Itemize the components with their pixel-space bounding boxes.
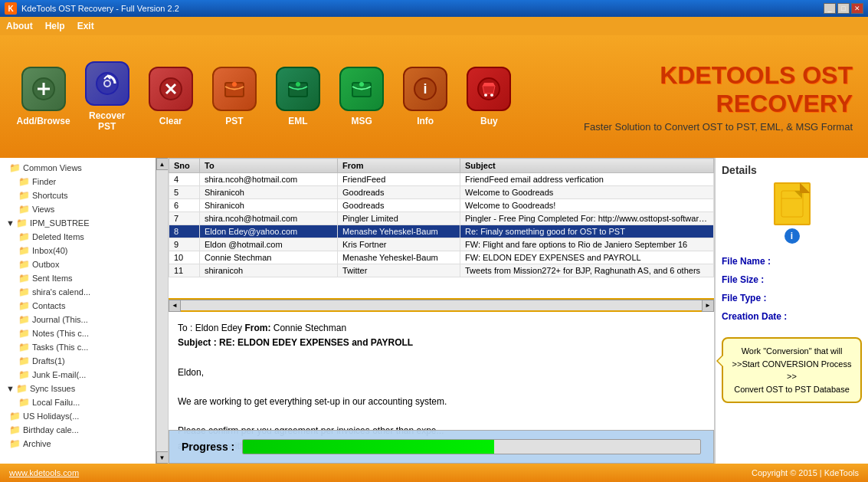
sidebar-item-inbox[interactable]: 📁 Inbox(40) <box>0 244 156 257</box>
menu-exit[interactable]: Exit <box>77 21 94 31</box>
eml-button[interactable]: EML <box>270 67 326 126</box>
sidebar-item-outbox[interactable]: 📁 Outbox <box>0 257 156 271</box>
sidebar-item-contacts[interactable]: 📁 Contacts <box>0 299 156 313</box>
details-panel: Details i File Name : File Size : File T… <box>715 158 868 464</box>
table-row[interactable]: 11 shiranicoh Twitter Tweets from Missio… <box>169 264 714 277</box>
folder-icon: 📁 <box>18 245 30 256</box>
status-link[interactable]: www.kdetools.com <box>9 468 79 477</box>
creation-date-row: Creation Date : <box>722 311 862 322</box>
eml-icon <box>276 67 320 111</box>
folder-icon: 📁 <box>18 204 30 215</box>
folder-icon: 📁 <box>18 231 30 242</box>
sidebar-item-birthday[interactable]: 📁 Birthday cale... <box>0 423 156 437</box>
table-row[interactable]: 7 shira.ncoh@hotmail.com Pingler Limited… <box>169 212 714 225</box>
msg-label: MSG <box>351 116 372 126</box>
email-preview: To : Eldon Edey From: Connie Stechman Su… <box>169 312 714 464</box>
window-controls[interactable]: _ □ ✕ <box>824 3 863 14</box>
file-name-row: File Name : <box>722 256 862 267</box>
toolbar: Add/Browse Recover PST Clear PST EML MSG… <box>0 35 868 158</box>
sidebar-item-sent-items[interactable]: 📁 Sent Items <box>0 271 156 285</box>
email-area: Sno To From Subject 4 shira.ncoh@hotmail… <box>169 158 715 464</box>
sidebar-item-finder[interactable]: 📁 Finder <box>0 175 156 189</box>
email-body-greeting: Eldon, <box>178 366 689 380</box>
table-row[interactable]: 8 Eldon Edey@yahoo.com Menashe Yeheskel-… <box>169 225 714 238</box>
folder-icon: 📁 <box>16 218 28 228</box>
scroll-left[interactable]: ◄ <box>169 300 181 312</box>
table-row[interactable]: 9 Eldon @hotmail.com Kris Fortner FW: Fl… <box>169 238 714 251</box>
sidebar-item-junk[interactable]: 📁 Junk E-mail(... <box>0 368 156 382</box>
sidebar-item-common-views[interactable]: 📁 Common Views <box>0 161 156 175</box>
add-browse-icon <box>21 67 66 111</box>
menu-help[interactable]: Help <box>45 21 65 31</box>
sidebar-item-sync-issues[interactable]: ▼ 📁 Sync Issues <box>0 382 156 395</box>
sidebar-item-views[interactable]: 📁 Views <box>0 202 156 216</box>
menu-about[interactable]: About <box>6 21 33 31</box>
clear-label: Clear <box>159 116 182 126</box>
scroll-up[interactable]: ▲ <box>156 158 169 170</box>
sidebar-item-archive[interactable]: 📁 Archive <box>0 437 156 451</box>
folder-icon: 📁 <box>18 300 30 311</box>
recover-pst-button[interactable]: Recover PST <box>79 61 135 132</box>
file-icon <box>774 182 811 225</box>
folder-icon: 📁 <box>18 190 30 201</box>
menu-bar: About Help Exit <box>0 17 868 35</box>
scroll-down[interactable]: ▼ <box>156 451 169 464</box>
buy-icon <box>467 67 511 111</box>
sidebar-item-calendar[interactable]: 📁 shira's calend... <box>0 285 156 299</box>
recover-pst-label: Recover PST <box>79 110 135 132</box>
sidebar-item-drafts[interactable]: 📁 Drafts(1) <box>0 354 156 368</box>
progress-label: Progress : <box>182 438 234 455</box>
sidebar-item-deleted-items[interactable]: 📁 Deleted Items <box>0 230 156 244</box>
info-button[interactable]: i Info <box>398 67 454 126</box>
sidebar-item-notes[interactable]: 📁 Notes (This c... <box>0 326 156 340</box>
folder-icon: 📁 <box>18 314 30 325</box>
col-sno[interactable]: Sno <box>169 159 200 173</box>
msg-button[interactable]: MSG <box>334 67 390 126</box>
svg-text:i: i <box>424 81 427 97</box>
sidebar-item-local-failures[interactable]: 📁 Local Failu... <box>0 395 156 409</box>
status-copyright: Copyright © 2015 | KdeTools <box>752 468 859 477</box>
sidebar-item-shortcuts[interactable]: 📁 Shortcuts <box>0 189 156 202</box>
main-content: 📁 Common Views 📁 Finder 📁 Shortcuts 📁 Vi… <box>0 158 868 464</box>
app-icon: K <box>5 2 17 15</box>
email-table-container[interactable]: Sno To From Subject 4 shira.ncoh@hotmail… <box>169 158 714 300</box>
buy-label: Buy <box>480 116 498 126</box>
col-subject[interactable]: Subject <box>460 159 714 173</box>
maximize-button[interactable]: □ <box>837 3 850 14</box>
add-browse-button[interactable]: Add/Browse <box>15 67 71 126</box>
scroll-right[interactable]: ► <box>702 300 714 312</box>
eml-label: EML <box>288 116 307 126</box>
sidebar-tree[interactable]: 📁 Common Views 📁 Finder 📁 Shortcuts 📁 Vi… <box>0 158 156 464</box>
clear-button[interactable]: Clear <box>142 67 198 126</box>
title-bar: K KdeTools OST Recovery - Full Version 2… <box>0 0 868 17</box>
speech-bubble: Work "Conversion" that will>>Start CONVE… <box>722 337 862 403</box>
sidebar-item-tasks[interactable]: 📁 Tasks (This c... <box>0 340 156 354</box>
table-row[interactable]: 10 Connie Stechman Menashe Yeheskel-Baum… <box>169 251 714 264</box>
table-row[interactable]: 5 Shiranicoh Goodreads Welcome to Goodre… <box>169 186 714 199</box>
minimize-button[interactable]: _ <box>824 3 836 14</box>
email-preview-header: To : Eldon Edey From: Connie Stechman <box>178 321 689 336</box>
sidebar-item-ipm-subtree[interactable]: ▼ 📁 IPM_SUBTREE <box>0 216 156 230</box>
close-button[interactable]: ✕ <box>851 3 863 14</box>
clear-icon <box>149 67 193 111</box>
sidebar-scrollbar[interactable]: ▲ ▼ <box>156 158 168 464</box>
table-row[interactable]: 4 shira.ncoh@hotmail.com FriendFeed Frie… <box>169 173 714 186</box>
folder-icon: 📁 <box>18 176 30 187</box>
info-icon: i <box>403 67 447 111</box>
folder-icon: 📁 <box>18 342 30 352</box>
sidebar-container: 📁 Common Views 📁 Finder 📁 Shortcuts 📁 Vi… <box>0 158 169 464</box>
buy-button[interactable]: Buy <box>461 67 517 126</box>
pst-label: PST <box>225 116 243 126</box>
sidebar-item-us-holidays[interactable]: 📁 US Holidays(... <box>0 409 156 423</box>
col-from[interactable]: From <box>338 159 460 173</box>
col-to[interactable]: To <box>200 159 338 173</box>
brand-subtitle: Faster Solution to Convert OST to PST, E… <box>525 121 853 133</box>
sidebar-item-journal[interactable]: 📁 Journal (This... <box>0 313 156 326</box>
folder-icon: 📁 <box>18 259 30 270</box>
table-row[interactable]: 6 Shiranicoh Goodreads Welcome to Goodre… <box>169 199 714 212</box>
email-hscrollbar[interactable]: ◄ ► <box>169 300 714 312</box>
pst-icon <box>212 67 257 111</box>
folder-icon: 📁 <box>18 356 30 366</box>
folder-icon: 📁 <box>9 162 21 173</box>
pst-button[interactable]: PST <box>206 67 262 126</box>
